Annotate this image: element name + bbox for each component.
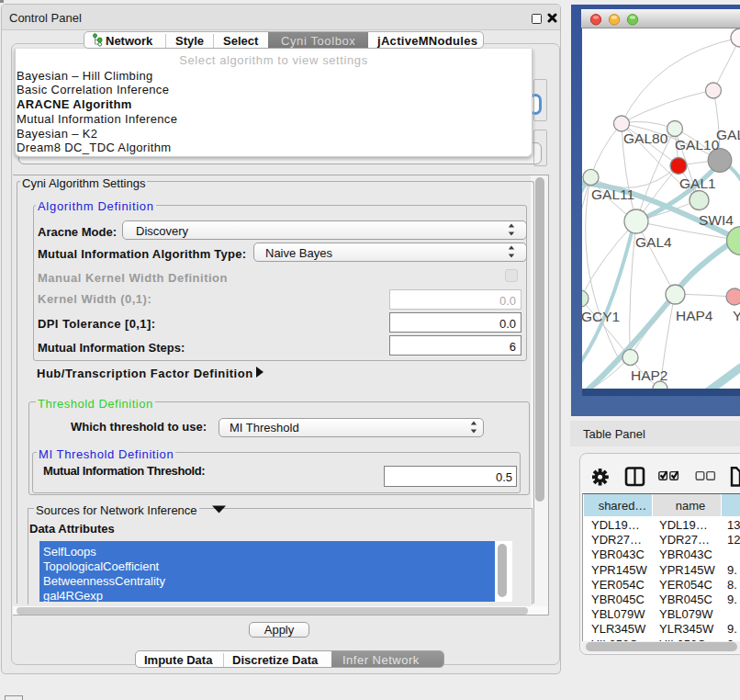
svg-text:Y: Y xyxy=(733,308,740,323)
svg-text:HAP2: HAP2 xyxy=(631,367,668,383)
svg-text:SWI4: SWI4 xyxy=(699,212,734,228)
svg-text:GAL11: GAL11 xyxy=(591,186,634,202)
svg-text:HAP4: HAP4 xyxy=(676,308,713,323)
svg-text:GAL1: GAL1 xyxy=(679,175,716,191)
svg-text:GAL2: GAL2 xyxy=(716,127,740,142)
svg-text:GAL4: GAL4 xyxy=(635,234,672,250)
svg-text:GCY1: GCY1 xyxy=(582,309,620,324)
svg-text:GAL80: GAL80 xyxy=(623,130,668,146)
svg-text:GAL10: GAL10 xyxy=(675,137,720,152)
